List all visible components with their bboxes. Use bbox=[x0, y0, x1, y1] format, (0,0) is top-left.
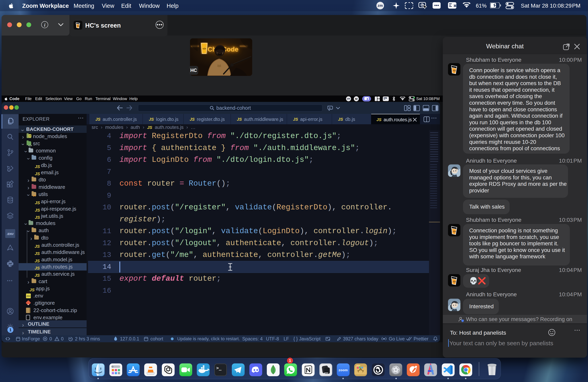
svg-text:⌘: ⌘ bbox=[453, 4, 456, 8]
svg-text:</>: </> bbox=[77, 25, 80, 27]
svg-text:</>: </> bbox=[453, 230, 456, 233]
svg-text:>_: >_ bbox=[216, 365, 222, 370]
svg-text:zoom: zoom bbox=[339, 368, 348, 372]
svg-text:</>: </> bbox=[453, 69, 456, 72]
svg-text:</>: </> bbox=[453, 280, 456, 283]
